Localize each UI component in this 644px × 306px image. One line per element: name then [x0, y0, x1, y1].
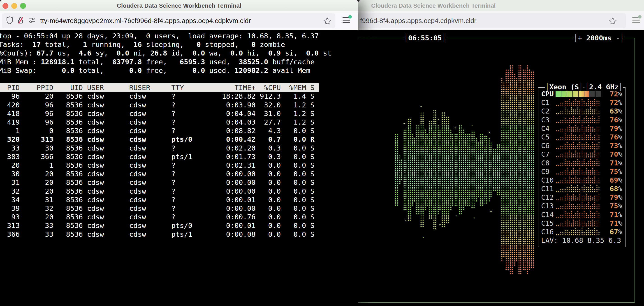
graph-dot-segment	[533, 125, 534, 150]
core-mini-graph-column	[592, 212, 593, 218]
terminal-monitor[interactable]: ┤06:55:05├ ┤+ 2000ms -├ ┤Xeon (S├ ┤2.4 G…	[358, 30, 644, 306]
graph-dot-segment	[512, 215, 513, 230]
graph-dot-segment	[420, 150, 422, 170]
graph-dot-segment	[508, 95, 509, 110]
core-percent: 72%	[610, 98, 622, 107]
graph-dot-segment	[405, 219, 406, 222]
permissions-sliders-icon[interactable]	[28, 16, 36, 25]
core-mini-graph-column	[573, 135, 574, 140]
graph-dot-segment	[438, 125, 439, 150]
url-field[interactable]: f996d-8f4.apps.apps.ocp4.cdpkvm.cldr	[358, 13, 626, 28]
core-mini-graph-column	[573, 178, 574, 184]
graph-dot-segment	[444, 112, 445, 125]
graph-dot-segment	[459, 125, 460, 150]
core-percent: 71%	[610, 219, 622, 228]
core-mini-graph-column	[598, 142, 600, 149]
core-mini-graph-column	[564, 133, 566, 140]
core-mini-graph-column	[596, 159, 598, 166]
graph-dot-segment	[429, 215, 430, 219]
graph-dot-segment	[490, 150, 492, 170]
core-mini-graph-column	[571, 126, 572, 132]
core-mini-graph-column	[571, 210, 572, 218]
process-row: 31 20 8536 cdsw cdsw ? 0:00.00 0.0 0.0 S	[0, 178, 358, 186]
core-mini-graph-column	[588, 228, 589, 235]
titlebar-left[interactable]: Cloudera Data Science Workbench Terminal	[0, 0, 358, 11]
core-mini-graph-column	[584, 133, 585, 140]
graph-dot-segment	[469, 170, 470, 189]
core-mini-graph-column	[558, 164, 559, 166]
graph-dot-segment	[501, 260, 502, 262]
interval-decrease-button[interactable]: -	[616, 34, 620, 42]
graph-dot-segment	[414, 138, 415, 150]
menu-button[interactable]	[632, 16, 641, 25]
graph-dot-segment	[501, 80, 502, 95]
core-mini-graph-column	[558, 190, 559, 192]
graph-dot-segment	[408, 215, 409, 222]
graph-dot-segment	[408, 118, 409, 125]
core-row: C1168%	[541, 184, 622, 193]
graph-dot-segment	[514, 230, 516, 245]
graph-dot-segment	[514, 73, 516, 80]
core-mini-graph-column	[575, 145, 576, 149]
bookmark-star-icon[interactable]	[609, 17, 617, 26]
url-text[interactable]: f996d-8f4.apps.apps.ocp4.cdpkvm.cldr	[360, 17, 476, 24]
graph-dot-segment	[503, 170, 504, 189]
interval-increase-button[interactable]: +	[578, 34, 582, 42]
core-mini-graph-column	[569, 176, 570, 184]
process-row: 420 96 8536 cdsw cdsw ? 0:03.90 32.0 1.2…	[0, 101, 358, 109]
graph-dot-segment	[533, 230, 534, 245]
core-mini-graph-column	[571, 102, 572, 106]
graph-dot-segment	[474, 170, 475, 189]
bookmark-star-icon[interactable]	[323, 17, 331, 26]
core-mini-graph-column	[575, 109, 576, 115]
core-mini-graph-column	[586, 193, 587, 201]
graph-dot-segment	[512, 95, 513, 110]
terminal-top[interactable]: top - 06:55:04 up 28 days, 23:09, 0 user…	[0, 30, 358, 306]
graph-dot-segment	[533, 215, 534, 230]
menu-button[interactable]	[342, 16, 351, 25]
core-mini-graph-column	[556, 208, 557, 210]
core-label: C8	[541, 159, 555, 167]
shield-icon[interactable]	[6, 16, 14, 25]
graph-dot-segment	[493, 170, 494, 189]
graph-dot-segment	[524, 260, 526, 270]
lock-insecure-icon[interactable]	[17, 16, 24, 25]
graph-dot-segment	[439, 224, 441, 226]
graph-dot-segment	[478, 150, 479, 170]
core-percent: 73%	[610, 141, 622, 150]
url-text[interactable]: tty-m64wre8ggqvpe2mx.ml-76cf996d-8f4.app…	[40, 17, 251, 24]
graph-dot-segment	[405, 189, 406, 210]
graph-dot-segment	[506, 95, 507, 110]
graph-dot-segment	[433, 150, 434, 170]
graph-dot-segment	[478, 170, 479, 189]
core-mini-graph-column	[594, 118, 595, 124]
graph-dot-segment	[399, 155, 400, 170]
process-row: 419 96 8536 cdsw cdsw ? 0:04.03 27.7 1.2…	[0, 118, 358, 126]
core-mini-graph-column	[586, 230, 587, 235]
graph-dot-segment	[533, 80, 534, 95]
core-mini-graph-column	[556, 216, 557, 218]
core-mini-graph-column	[582, 221, 582, 227]
graph-dot-segment	[408, 170, 409, 189]
core-mini-graph-column	[575, 176, 576, 184]
graph-dot-segment	[484, 136, 486, 150]
graph-dot-segment	[490, 210, 492, 213]
core-mini-graph-column	[562, 171, 564, 175]
graph-dot-segment	[444, 150, 445, 170]
core-mini-graph-column	[598, 193, 600, 201]
graph-dot-segment	[459, 189, 460, 215]
titlebar-right[interactable]: Cloudera Data Science Workbench Terminal	[358, 0, 644, 11]
graph-dot-segment	[516, 150, 517, 170]
core-row: C770%	[541, 150, 622, 158]
core-mini-graph-column	[558, 104, 559, 106]
core-mini-graph-column	[598, 178, 600, 184]
graph-dot-segment	[508, 150, 509, 170]
core-mini-graph-column	[562, 163, 564, 166]
graph-dot-segment	[452, 133, 453, 150]
url-field[interactable]: tty-m64wre8ggqvpe2mx.ml-76cf996d-8f4.app…	[2, 13, 335, 28]
graph-dot-segment	[531, 125, 532, 150]
graph-dot-segment	[531, 189, 532, 215]
graph-dot-segment	[486, 170, 488, 189]
graph-dot-segment	[482, 150, 483, 170]
core-mini-graph-column	[596, 210, 598, 218]
